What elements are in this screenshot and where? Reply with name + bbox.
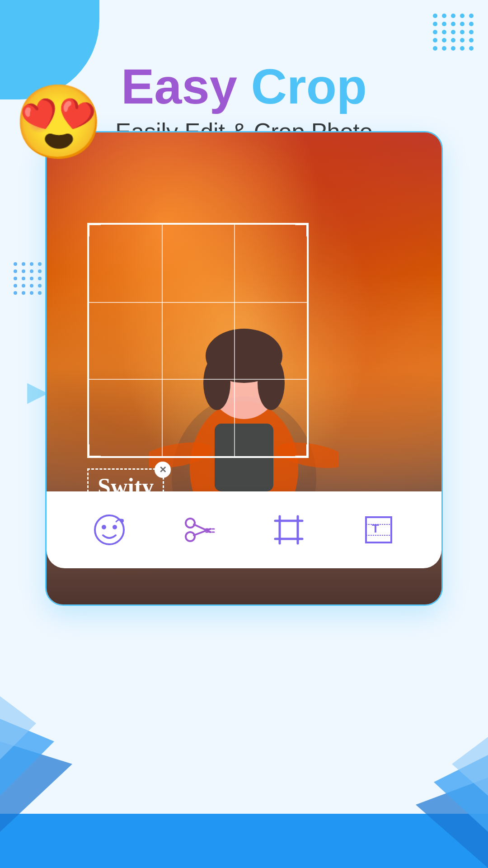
- svg-point-20: [186, 532, 195, 541]
- bottom-bar-decoration: [0, 814, 488, 868]
- dots-left: [14, 262, 42, 295]
- grid-line-vertical-2: [234, 225, 235, 456]
- grid-line-horizontal-1: [89, 302, 307, 303]
- crop-overlay[interactable]: [87, 223, 309, 458]
- scissors-tool[interactable]: [177, 507, 222, 552]
- emoji-love-eyes: 😍: [14, 86, 104, 158]
- text-tool[interactable]: T: [356, 507, 401, 552]
- svg-point-19: [186, 519, 195, 528]
- svg-point-18: [120, 519, 124, 523]
- crop-tool[interactable]: [266, 507, 311, 552]
- svg-text:T: T: [372, 522, 379, 535]
- svg-point-16: [102, 525, 106, 529]
- crop-corner-tl[interactable]: [87, 223, 101, 236]
- sticker-tool[interactable]: [87, 507, 132, 552]
- grid-line-horizontal-2: [89, 379, 307, 380]
- geo-shapes-right: [416, 687, 488, 868]
- phone-card: Swity ✕: [45, 131, 443, 606]
- bottom-toolbar: T: [47, 491, 441, 568]
- crop-corner-tr[interactable]: [295, 223, 309, 236]
- geo-shapes-left: [0, 651, 72, 832]
- grid-line-vertical-1: [162, 225, 163, 456]
- photo-container: Swity ✕: [47, 132, 441, 604]
- crop-corner-bl[interactable]: [87, 444, 101, 458]
- svg-point-17: [113, 525, 117, 529]
- crop-corner-br[interactable]: [295, 444, 309, 458]
- crop-grid: [87, 223, 309, 458]
- svg-rect-25: [280, 521, 298, 539]
- svg-line-21: [194, 524, 211, 532]
- dots-top-right: [433, 14, 474, 51]
- text-label-close-button[interactable]: ✕: [155, 462, 171, 478]
- title-crop: Crop: [251, 58, 367, 114]
- title-easy: Easy: [121, 58, 237, 114]
